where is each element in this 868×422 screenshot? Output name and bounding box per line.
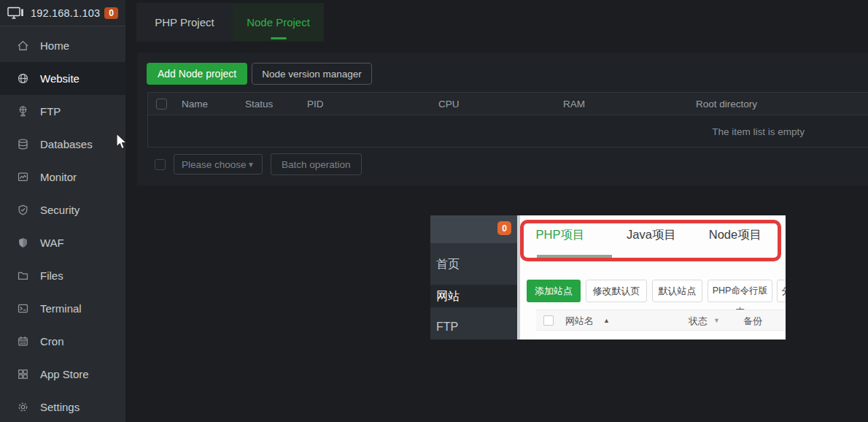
server-ip: 192.168.1.103 <box>31 7 100 19</box>
grid-icon <box>17 368 29 380</box>
batch-operation-row: Please choose ▼ Batch operation <box>155 153 362 175</box>
es-sidebar-header: 0 <box>430 215 517 243</box>
select-placeholder: Please choose <box>182 159 247 170</box>
column-header-ram: RAM <box>563 99 696 110</box>
sidebar-item-label: Settings <box>40 401 80 413</box>
chevron-down-icon: ▼ <box>247 161 255 169</box>
red-highlight-box <box>520 220 781 261</box>
es-sidebar-item-home: 首页 <box>430 252 517 276</box>
column-header-cpu: CPU <box>438 99 563 110</box>
tab-label: Node Project <box>247 16 310 28</box>
server-header[interactable]: 192.168.1.103 0 <box>0 0 125 26</box>
calendar-icon <box>17 335 29 348</box>
notification-badge[interactable]: 0 <box>104 7 118 19</box>
column-header-pid: PID <box>307 99 438 110</box>
es-column-site-name: 网站名 <box>565 315 594 328</box>
es-default-site-button: 默认站点 <box>652 280 702 302</box>
sidebar-item-app-store[interactable]: App Store <box>0 358 125 391</box>
filter-down-icon: ▼ <box>713 317 720 324</box>
project-table: Name Status PID CPU RAM Root directory T… <box>147 92 868 147</box>
batch-operation-button[interactable]: Batch operation <box>271 153 362 175</box>
add-node-project-button[interactable]: Add Node project <box>147 63 247 85</box>
monitor-icon <box>17 171 29 183</box>
waf-shield-icon <box>17 237 29 249</box>
sidebar-item-label: Home <box>40 39 69 52</box>
gear-icon <box>17 401 29 413</box>
es-php-cli-button: PHP命令行版本 <box>708 280 772 302</box>
column-header-name: Name <box>182 99 245 110</box>
es-sidebar-item-website: 网站 <box>430 285 517 307</box>
sidebar-item-label: Website <box>40 72 80 85</box>
node-version-manager-button[interactable]: Node version manager <box>252 63 372 85</box>
table-header-row: Name Status PID CPU RAM Root directory <box>148 93 868 115</box>
folder-icon <box>17 269 29 282</box>
database-icon <box>17 138 29 150</box>
es-site-table: 网站名 ▲ 状态 ▼ 备份 <box>536 310 786 339</box>
batch-action-select[interactable]: Please choose ▼ <box>174 154 263 174</box>
es-column-backup: 备份 <box>743 315 762 328</box>
node-project-panel: Add Node project Node version manager Na… <box>137 53 868 185</box>
sidebar-item-label: Cron <box>40 335 64 348</box>
sidebar-item-cron[interactable]: Cron <box>0 325 125 358</box>
tab-node-project[interactable]: Node Project <box>233 3 324 42</box>
project-tabs: PHP Project Node Project <box>136 3 324 42</box>
sidebar-item-waf[interactable]: WAF <box>0 226 125 259</box>
es-add-site-button: 添加站点 <box>527 280 581 302</box>
empty-state-text: The item list is empty <box>712 126 805 137</box>
mouse-cursor <box>115 133 129 150</box>
home-icon <box>17 39 29 52</box>
sidebar: 192.168.1.103 0 Home Website FTP Databas… <box>0 0 125 422</box>
sidebar-item-settings[interactable]: Settings <box>0 391 125 422</box>
globe-icon <box>17 72 29 85</box>
ftp-icon <box>17 105 29 118</box>
es-modify-default-button: 修改默认页 <box>586 280 647 302</box>
toolbar: Add Node project Node version manager <box>147 63 372 85</box>
es-sidebar-item-ftp: FTP <box>430 316 517 338</box>
sidebar-item-label: Files <box>40 269 63 282</box>
batch-select-all-checkbox[interactable] <box>155 159 166 170</box>
sidebar-item-ftp[interactable]: FTP <box>0 95 125 128</box>
sidebar-item-label: App Store <box>40 368 89 380</box>
sidebar-item-security[interactable]: Security <box>0 193 125 226</box>
sidebar-item-home[interactable]: Home <box>0 29 125 62</box>
server-icon <box>7 6 25 20</box>
column-header-status: Status <box>245 99 307 110</box>
sidebar-item-label: FTP <box>40 105 61 118</box>
tab-label: PHP Project <box>155 16 214 28</box>
sidebar-item-label: WAF <box>40 237 64 249</box>
es-sidebar: 0 首页 网站 FTP <box>430 215 517 339</box>
sidebar-item-label: Databases <box>40 138 93 150</box>
sidebar-item-website[interactable]: Website <box>0 62 125 95</box>
shield-check-icon <box>17 204 29 216</box>
es-table-header-row: 网站名 ▲ 状态 ▼ 备份 <box>536 310 786 331</box>
es-notification-badge: 0 <box>497 221 511 235</box>
sidebar-item-terminal[interactable]: Terminal <box>0 292 125 325</box>
empty-state-row: The item list is empty <box>148 115 868 147</box>
sort-asc-icon: ▲ <box>603 317 610 324</box>
sidebar-item-label: Terminal <box>40 302 82 315</box>
terminal-icon <box>17 302 29 315</box>
sidebar-item-files[interactable]: Files <box>0 259 125 292</box>
sidebar-item-monitor[interactable]: Monitor <box>0 161 125 193</box>
es-select-all-checkbox <box>543 315 554 326</box>
es-column-status: 状态 <box>689 315 708 328</box>
sidebar-item-label: Security <box>40 204 80 216</box>
es-partial-button: 分 <box>777 280 786 302</box>
sidebar-item-label: Monitor <box>40 171 77 183</box>
column-header-root-directory: Root directory <box>696 99 868 110</box>
select-all-checkbox[interactable] <box>156 99 167 110</box>
active-tab-underline <box>271 37 287 39</box>
tab-php-project[interactable]: PHP Project <box>136 3 233 42</box>
embedded-screenshot: 0 首页 网站 FTP PHP项目 Java项目 Node项目 添加站点 修改默… <box>430 215 786 339</box>
page: 192.168.1.103 0 Home Website FTP Databas… <box>0 0 868 422</box>
sidebar-item-databases[interactable]: Databases <box>0 128 125 161</box>
sidebar-nav: Home Website FTP Databases Monitor Secur… <box>0 29 125 422</box>
